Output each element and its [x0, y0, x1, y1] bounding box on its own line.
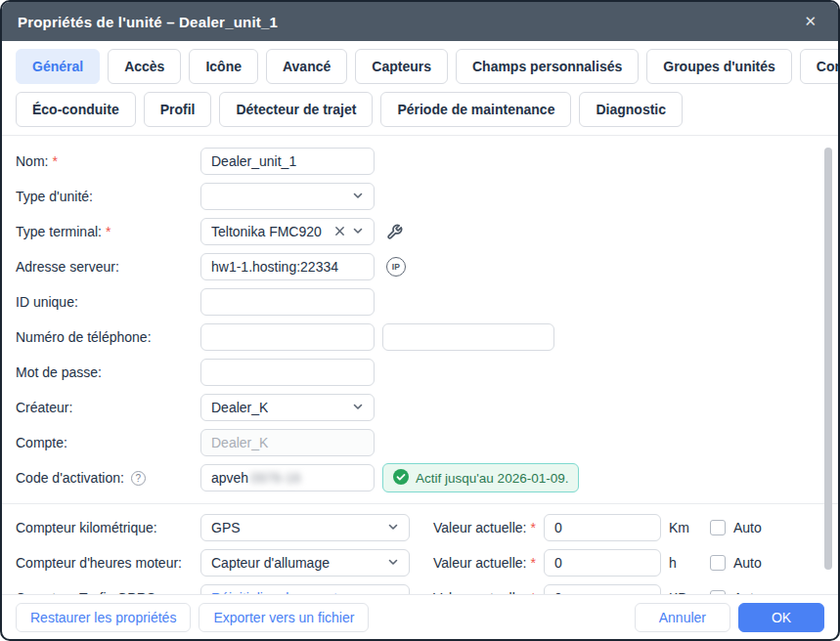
mileage-value-input[interactable] — [544, 514, 661, 541]
tab-champs-personnalises[interactable]: Champs personnalisés — [456, 49, 639, 84]
device-type-row: Type terminal:* Teltonika FMC920 — [16, 214, 838, 249]
ok-button[interactable]: OK — [738, 603, 824, 632]
account-label: Compte: — [16, 435, 200, 450]
server-address-row: Adresse serveur: IP — [16, 249, 838, 284]
name-row: Nom:* — [16, 144, 838, 179]
current-value-label: Valeur actuelle: — [433, 590, 526, 594]
export-to-file-button[interactable]: Exporter vers un fichier — [199, 603, 369, 632]
auto-label: Auto — [733, 520, 762, 535]
engine-hours-unit: h — [669, 555, 694, 571]
unique-id-input[interactable] — [200, 288, 375, 316]
cancel-button[interactable]: Annuler — [635, 603, 730, 632]
scrollbar-thumb[interactable] — [824, 148, 832, 570]
mileage-counter-row: Compteur kilométrique: GPS Valeur actuel… — [16, 510, 838, 545]
name-input[interactable] — [200, 148, 375, 175]
engine-hours-value-input[interactable] — [544, 549, 661, 577]
auto-label: Auto — [733, 590, 762, 594]
general-tab-content: Nom:* Type d'unité: Type terminal:* Telt… — [2, 136, 838, 594]
chevron-down-icon — [352, 400, 364, 415]
tab-icone[interactable]: Icône — [189, 49, 258, 84]
chevron-down-icon — [387, 555, 399, 571]
tab-commandes[interactable]: Commandes — [800, 49, 840, 84]
password-row: Mot de passe: — [16, 355, 838, 390]
required-asterisk: * — [106, 224, 111, 239]
current-value-label: Valeur actuelle: — [433, 520, 526, 535]
activation-code-row: Code d'activation: ? apveh 0976-16 Actif… — [16, 460, 838, 495]
engine-hours-source-select[interactable]: Capteur d'allumage — [200, 549, 410, 577]
chevron-down-icon — [352, 224, 364, 239]
unique-id-label: ID unique: — [16, 294, 200, 310]
password-input[interactable] — [200, 359, 375, 386]
required-asterisk: * — [52, 153, 57, 169]
tab-eco-conduite[interactable]: Éco-conduite — [16, 92, 136, 127]
device-type-select[interactable]: Teltonika FMC920 — [200, 218, 375, 245]
creator-row: Créateur: Dealer_K — [16, 390, 838, 425]
auto-label: Auto — [733, 555, 762, 571]
dialog-title: Propriétés de l'unité – Dealer_unit_1 — [18, 14, 278, 30]
activation-status-text: Actif jusqu'au 2026-01-09. — [416, 471, 568, 486]
tab-detecteur-trajet[interactable]: Détecteur de trajet — [219, 92, 373, 127]
engine-hours-counter-row: Compteur d'heures moteur: Capteur d'allu… — [16, 545, 838, 580]
tab-general[interactable]: Général — [16, 49, 100, 84]
tab-periode-maintenance[interactable]: Période de maintenance — [380, 92, 571, 127]
engine-hours-label: Compteur d'heures moteur: — [16, 555, 200, 571]
tab-diagnostic[interactable]: Diagnostic — [579, 92, 683, 127]
device-type-label: Type terminal: — [16, 224, 102, 239]
tab-row-2: Éco-conduite Profil Détecteur de trajet … — [16, 92, 824, 127]
mileage-unit: Km — [669, 520, 694, 535]
restore-properties-button[interactable]: Restaurer les propriétés — [16, 603, 191, 632]
required-asterisk: * — [530, 590, 535, 594]
required-asterisk: * — [530, 555, 535, 571]
unit-properties-dialog: Propriétés de l'unité – Dealer_unit_1 ✕ … — [0, 0, 840, 641]
required-asterisk: * — [530, 520, 535, 535]
gprs-traffic-unit: KB — [669, 590, 694, 594]
server-address-input[interactable] — [200, 253, 375, 280]
server-address-label: Adresse serveur: — [16, 259, 200, 275]
dialog-footer: Restaurer les propriétés Exporter vers u… — [2, 594, 838, 639]
gprs-traffic-source-select[interactable]: Réinitialiser le compteur — [200, 584, 410, 594]
creator-select[interactable]: Dealer_K — [200, 394, 375, 421]
password-label: Mot de passe: — [16, 364, 200, 380]
wrench-icon[interactable] — [386, 224, 403, 240]
chevron-down-icon — [387, 520, 399, 535]
tab-avance[interactable]: Avancé — [266, 49, 347, 84]
phone-row: Numéro de téléphone: — [16, 320, 838, 355]
tab-capteurs[interactable]: Capteurs — [355, 49, 448, 84]
phone-input-1[interactable] — [200, 323, 375, 351]
redacted-code: 0976-16 — [250, 470, 300, 486]
tab-row-1: Général Accès Icône Avancé Capteurs Cham… — [16, 49, 824, 84]
phone-input-2[interactable] — [382, 323, 554, 351]
unique-id-row: ID unique: — [16, 284, 838, 320]
ip-icon[interactable]: IP — [386, 257, 406, 277]
gprs-traffic-auto-checkbox[interactable] — [710, 590, 726, 594]
unit-type-label: Type d'unité: — [16, 189, 200, 204]
mileage-counter-label: Compteur kilométrique: — [16, 520, 200, 535]
unit-type-select[interactable] — [200, 183, 375, 210]
help-icon[interactable]: ? — [131, 471, 146, 486]
clear-icon[interactable] — [334, 224, 345, 239]
activation-code-input[interactable]: apveh 0976-16 — [200, 464, 375, 491]
tab-bar: Général Accès Icône Avancé Capteurs Cham… — [2, 41, 838, 136]
check-circle-icon — [393, 469, 409, 488]
tab-groupes-unites[interactable]: Groupes d'unités — [646, 49, 792, 84]
chevron-down-icon — [387, 590, 399, 594]
phone-label: Numéro de téléphone: — [16, 329, 200, 345]
gprs-traffic-label: Compteur Trafic GPRS: — [16, 590, 200, 594]
mileage-source-select[interactable]: GPS — [200, 514, 410, 541]
activation-status-badge: Actif jusqu'au 2026-01-09. — [382, 463, 579, 492]
section-divider — [2, 503, 838, 504]
gprs-traffic-value-input[interactable] — [544, 584, 661, 594]
gprs-traffic-counter-row: Compteur Trafic GPRS: Réinitialiser le c… — [16, 580, 838, 594]
close-icon[interactable]: ✕ — [798, 9, 822, 34]
dialog-header: Propriétés de l'unité – Dealer_unit_1 ✕ — [2, 2, 838, 41]
tab-profil[interactable]: Profil — [144, 92, 212, 127]
engine-hours-auto-checkbox[interactable] — [710, 555, 726, 571]
creator-label: Créateur: — [16, 400, 200, 415]
unit-type-row: Type d'unité: — [16, 179, 838, 214]
account-row: Compte: — [16, 425, 838, 460]
mileage-auto-checkbox[interactable] — [710, 520, 726, 535]
current-value-label: Valeur actuelle: — [433, 555, 526, 571]
chevron-down-icon — [352, 189, 364, 204]
tab-acces[interactable]: Accès — [108, 49, 181, 84]
account-input — [200, 429, 375, 456]
